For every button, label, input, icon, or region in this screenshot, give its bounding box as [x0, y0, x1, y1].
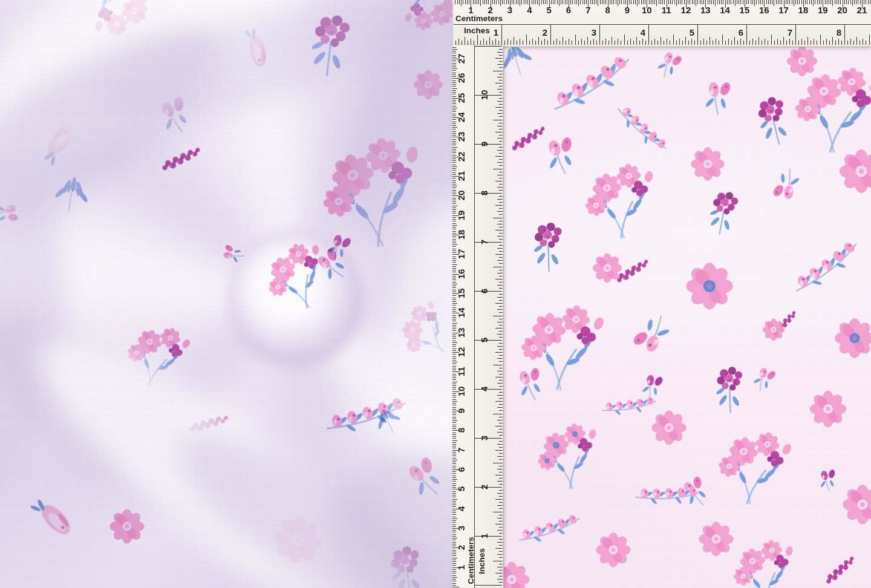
ruler-tick [452, 342, 457, 343]
ruler-tick [452, 520, 456, 521]
ruler-tick [771, 34, 772, 45]
ruler-tick [498, 0, 499, 4]
ruler-tick [467, 0, 468, 4]
ruler-tick [452, 362, 457, 362]
ruler-tick [452, 434, 456, 435]
ruler-tick [586, 0, 587, 4]
ruler-tick [452, 475, 456, 476]
ruler-tick [520, 39, 520, 45]
flower-motif-bud [618, 299, 688, 370]
vertical-ruler-number: 1 [480, 531, 489, 541]
ruler-tick [559, 0, 559, 6]
ruler-tick [452, 522, 456, 523]
ruler-tick [499, 270, 503, 270]
ruler-tick [602, 0, 602, 4]
ruler-tick [452, 80, 456, 81]
ruler-tick [697, 0, 698, 4]
ruler-tick [728, 39, 729, 45]
ruler-tick [452, 239, 456, 240]
ruler-tick [495, 156, 503, 157]
ruler-tick [731, 41, 732, 45]
ruler-tick [452, 227, 456, 227]
ruler-tick [735, 0, 736, 6]
ruler-tick [535, 0, 536, 4]
ruler-tick [452, 272, 456, 272]
ruler-tick [499, 417, 503, 417]
flower-motif-bud [670, 466, 720, 517]
ruler-tick [452, 244, 457, 245]
flower-motif-berry [290, 3, 370, 83]
ruler-tick [656, 0, 657, 6]
ruler-tick [692, 0, 693, 4]
ruler-tick [678, 0, 679, 4]
ruler-tick [676, 41, 677, 45]
ruler-tick [452, 417, 456, 417]
ruler-tick [452, 63, 456, 64]
ruler-tick [488, 0, 489, 4]
ruler-tick [733, 0, 734, 4]
ruler-tick [497, 101, 503, 102]
flower-motif-berry [740, 87, 806, 152]
vertical-ruler-number: 7 [457, 444, 466, 456]
ruler-tick [809, 0, 810, 4]
ruler-tick [561, 0, 561, 4]
ruler-tick [721, 0, 722, 4]
ruler-tick [497, 199, 503, 200]
ruler-tick [452, 74, 456, 75]
ruler-tick [452, 116, 456, 116]
flower-motif-bud [0, 195, 24, 231]
ruler-tick [499, 67, 503, 68]
ruler-tick [649, 0, 650, 4]
ruler-tick [526, 34, 527, 45]
ruler-tick [452, 219, 456, 220]
floral-print-right [452, 0, 871, 588]
horizontal-ruler-number: 15 [739, 5, 751, 15]
ruler-tick [452, 162, 456, 163]
ruler-tick [469, 0, 469, 4]
ruler-tick [452, 231, 456, 232]
horizontal-ruler-number: 14 [719, 5, 731, 15]
ruler-tick [483, 39, 484, 45]
ruler-tick [792, 41, 793, 45]
ruler-tick [635, 0, 636, 4]
ruler-tick [716, 39, 716, 45]
ruler-tick [682, 0, 682, 4]
vertical-ruler-number: 17 [457, 248, 466, 260]
ruler-tick [452, 495, 456, 495]
horizontal-ruler-number: 19 [817, 5, 829, 15]
ruler-tick [743, 0, 743, 4]
ruler-tick [452, 133, 456, 134]
flower-motif-daisy [590, 250, 625, 286]
vertical-ruler-number: 27 [457, 53, 466, 65]
ruler-tick [499, 116, 503, 117]
horizontal-ruler-number: 1 [489, 28, 498, 38]
ruler-tick [452, 428, 456, 429]
ruler-tick [556, 39, 557, 45]
ruler-tick [452, 514, 456, 515]
ruler-tick [499, 325, 503, 325]
ruler-tick [452, 485, 456, 486]
ruler-tick [452, 57, 456, 57]
vertical-ruler-number: 6 [457, 463, 466, 475]
ruler-tick [612, 0, 612, 4]
floral-print-left [0, 0, 454, 588]
ruler-tick [477, 34, 478, 45]
ruler-tick [474, 41, 474, 45]
ruler-tick [592, 0, 593, 4]
ruler-tick [553, 0, 553, 4]
flower-motif-feather [17, 484, 87, 550]
ruler-tick [497, 518, 503, 518]
ruler-tick [452, 149, 456, 149]
ruler-tick [512, 0, 512, 4]
flower-motif-bud [506, 359, 553, 407]
ruler-tick [642, 39, 643, 45]
ruler-tick [797, 0, 798, 4]
ruler-tick [452, 303, 457, 304]
ruler-tick [694, 0, 694, 4]
ruler-tick [452, 76, 456, 77]
horizontal-ruler-number: 7 [783, 28, 792, 38]
ruler-tick [499, 123, 503, 123]
ruler-tick [495, 499, 503, 500]
ruler-tick [860, 0, 861, 4]
ruler-tick [497, 77, 503, 77]
